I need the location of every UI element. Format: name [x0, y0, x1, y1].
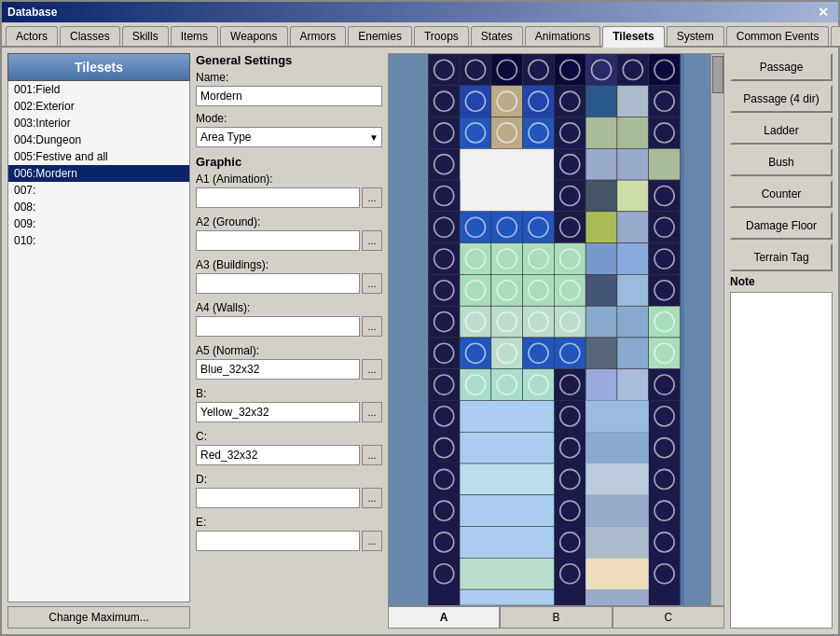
c-row: C: ... [196, 430, 382, 465]
svg-rect-58 [617, 180, 649, 212]
svg-rect-140 [554, 369, 585, 401]
tileset-tab-b[interactable]: B [500, 607, 612, 629]
svg-rect-123 [523, 338, 555, 369]
svg-rect-41 [585, 118, 617, 149]
a4-row: A4 (Walls): ... [196, 301, 382, 337]
scrollbar-thumb[interactable] [712, 56, 723, 93]
svg-rect-86 [617, 243, 649, 275]
a5-browse-button[interactable]: ... [362, 359, 382, 380]
a2-input[interactable] [196, 230, 360, 251]
a2-browse-button[interactable]: ... [362, 230, 382, 251]
tab-enemies[interactable]: Enemies [348, 26, 412, 46]
d-browse-button[interactable]: ... [362, 488, 382, 508]
svg-rect-115 [649, 306, 681, 338]
list-item[interactable]: 007: [8, 182, 189, 199]
name-input[interactable] [196, 86, 382, 106]
change-maximum-button[interactable]: Change Maximum... [7, 606, 190, 629]
svg-rect-136 [491, 369, 523, 401]
tab-items[interactable]: Items [171, 26, 218, 46]
tab-troops[interactable]: Troops [414, 26, 469, 46]
svg-rect-169 [460, 432, 554, 463]
list-item[interactable]: 004:Dungeon [8, 131, 189, 148]
a3-input-row: ... [196, 273, 382, 294]
svg-rect-111 [554, 306, 585, 338]
scrollbar-v[interactable] [710, 54, 723, 605]
c-input[interactable] [196, 445, 360, 465]
e-browse-button[interactable]: ... [362, 531, 382, 551]
svg-rect-35 [491, 118, 523, 149]
tab-states[interactable]: States [471, 26, 523, 46]
note-section: Note [730, 275, 833, 629]
a4-browse-button[interactable]: ... [362, 316, 382, 337]
svg-rect-39 [554, 118, 585, 149]
a5-input[interactable] [196, 359, 360, 380]
c-browse-button[interactable]: ... [362, 445, 382, 465]
svg-rect-55 [554, 180, 585, 212]
b-browse-button[interactable]: ... [362, 402, 382, 422]
d-input[interactable] [196, 488, 360, 508]
damage-floor-button[interactable]: Damage Floor [730, 212, 833, 240]
e-label: E: [196, 516, 382, 529]
tab-common-events[interactable]: Common Events [726, 26, 830, 46]
list-item[interactable]: 009: [8, 215, 189, 232]
svg-rect-71 [585, 212, 617, 243]
terrain-tag-button[interactable]: Terrain Tag [730, 243, 833, 271]
passage-button[interactable]: Passage [730, 53, 833, 81]
list-item[interactable]: 008: [8, 199, 189, 215]
a3-input[interactable] [196, 273, 360, 294]
list-item[interactable]: 003:Interior [8, 115, 189, 131]
tab-system[interactable]: System [667, 26, 724, 46]
a3-browse-button[interactable]: ... [362, 273, 382, 294]
svg-rect-37 [523, 118, 555, 149]
e-input-row: ... [196, 531, 382, 551]
counter-button[interactable]: Counter [730, 180, 833, 208]
note-textarea[interactable] [730, 292, 833, 629]
tab-animations[interactable]: Animations [525, 26, 600, 46]
tileset-tab-c[interactable]: C [613, 607, 724, 629]
list-item[interactable]: 001:Field [8, 81, 189, 98]
tab-actors[interactable]: Actors [6, 26, 58, 46]
tileset-preview[interactable] [388, 53, 724, 606]
general-settings-section: General Settings Name: Mode: Area Type W… [196, 53, 382, 147]
tab-terms[interactable]: Terms [831, 26, 840, 46]
b-input[interactable] [196, 402, 360, 422]
list-item[interactable]: 010: [8, 232, 189, 249]
e-row: E: ... [196, 516, 382, 551]
svg-rect-81 [523, 243, 555, 275]
svg-rect-57 [585, 180, 617, 212]
general-settings-title: General Settings [196, 53, 382, 67]
tab-weapons[interactable]: Weapons [220, 26, 287, 46]
a1-browse-button[interactable]: ... [362, 187, 382, 208]
list-item[interactable]: 002:Exterior [8, 98, 189, 115]
list-item[interactable]: 005:Festive and all [8, 148, 189, 165]
b-row: B: ... [196, 387, 382, 422]
tab-classes[interactable]: Classes [60, 26, 120, 46]
e-input[interactable] [196, 531, 360, 551]
close-button[interactable]: ✕ [814, 5, 833, 20]
svg-rect-132 [428, 369, 460, 401]
a4-input[interactable] [196, 316, 360, 337]
svg-rect-148 [649, 400, 681, 605]
a1-label: A1 (Animation): [196, 173, 382, 186]
mode-select[interactable]: Area Type World Type [196, 127, 382, 147]
ladder-button[interactable]: Ladder [730, 117, 833, 145]
a4-label: A4 (Walls): [196, 301, 382, 314]
d-row: D: ... [196, 473, 382, 508]
tab-tilesets[interactable]: Tilesets [602, 26, 664, 48]
svg-rect-174 [585, 495, 649, 527]
list-item-selected[interactable]: 006:Mordern [8, 165, 189, 182]
tileset-tab-a[interactable]: A [388, 607, 500, 629]
bush-button[interactable]: Bush [730, 148, 833, 176]
svg-rect-61 [428, 212, 460, 243]
graphic-section: Graphic A1 (Animation): ... A2 (Ground):… [196, 155, 382, 559]
middle-panel: General Settings Name: Mode: Area Type W… [196, 53, 382, 629]
tab-armors[interactable]: Armors [290, 26, 347, 46]
a1-input[interactable] [196, 187, 360, 208]
svg-rect-168 [585, 400, 649, 432]
tab-skills[interactable]: Skills [122, 26, 169, 46]
title-bar: Database ✕ [2, 2, 838, 22]
svg-rect-87 [649, 243, 681, 275]
svg-rect-15 [649, 54, 681, 86]
passage-4dir-button[interactable]: Passage (4 dir) [730, 85, 833, 113]
tilesets-list[interactable]: 001:Field 002:Exterior 003:Interior 004:… [7, 81, 190, 602]
